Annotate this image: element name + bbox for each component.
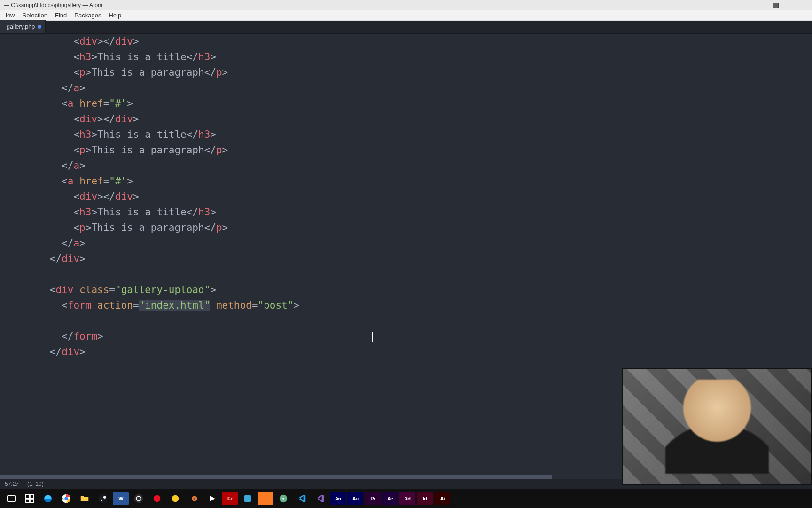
after-effects-icon[interactable]: Ae [382,492,398,505]
xd-icon[interactable]: Xd [399,492,415,505]
menu-bar: iew Selection Find Packages Help [0,10,812,21]
edge-browser-icon[interactable] [39,491,56,506]
word-icon[interactable]: W [113,492,129,505]
blender-icon[interactable] [185,491,202,506]
task-view-icon[interactable] [3,491,20,506]
animate-icon[interactable]: An [330,492,346,505]
media-player-icon[interactable] [203,491,220,506]
app-icon-1[interactable] [167,491,184,506]
menu-help[interactable]: Help [105,12,125,19]
premiere-icon[interactable]: Pr [365,492,381,505]
obs-icon[interactable] [130,491,147,506]
atom-icon[interactable] [275,491,292,506]
visual-studio-icon[interactable] [312,491,328,506]
webcam-overlay [622,368,812,485]
status-time: 57:27 [5,481,19,487]
window-title: — C:\xampp\htdocs\phpgallery — Atom [4,2,102,8]
menu-selection[interactable]: Selection [19,12,51,19]
audition-icon[interactable]: Au [347,492,363,505]
chrome-browser-icon[interactable] [58,491,75,506]
unsaved-dot-icon [38,25,41,29]
windows-taskbar: WFzAnAuPrAeXdIdAi [0,489,812,508]
scroll-thumb[interactable] [0,475,552,479]
menu-find[interactable]: Find [51,12,70,19]
menu-packages[interactable]: Packages [70,12,105,19]
vscode-icon[interactable] [293,491,310,506]
file-explorer-icon[interactable] [76,491,93,506]
steam-icon[interactable] [94,491,111,506]
illustrator-icon[interactable]: Ai [434,492,450,505]
text-cursor [372,332,373,342]
window-switcher-icon[interactable] [21,491,38,506]
settings-icon[interactable]: ▤ [765,1,787,9]
tab-gallery-php[interactable]: gallery.php [0,20,46,33]
filezilla-icon[interactable]: Fz [222,492,238,505]
minimize-button[interactable]: — [787,1,808,9]
tab-label: gallery.php [7,24,35,30]
indesign-icon[interactable]: Id [417,492,433,505]
app-icon-2[interactable] [239,491,256,506]
window-title-bar: — C:\xampp\htdocs\phpgallery — Atom ▤ — [0,0,812,10]
status-cursor-pos: (1, 10) [27,481,44,487]
xampp-icon[interactable] [258,492,273,505]
tab-bar: gallery.php [0,21,812,34]
menu-view[interactable]: iew [2,12,19,19]
record-icon[interactable] [148,491,165,506]
